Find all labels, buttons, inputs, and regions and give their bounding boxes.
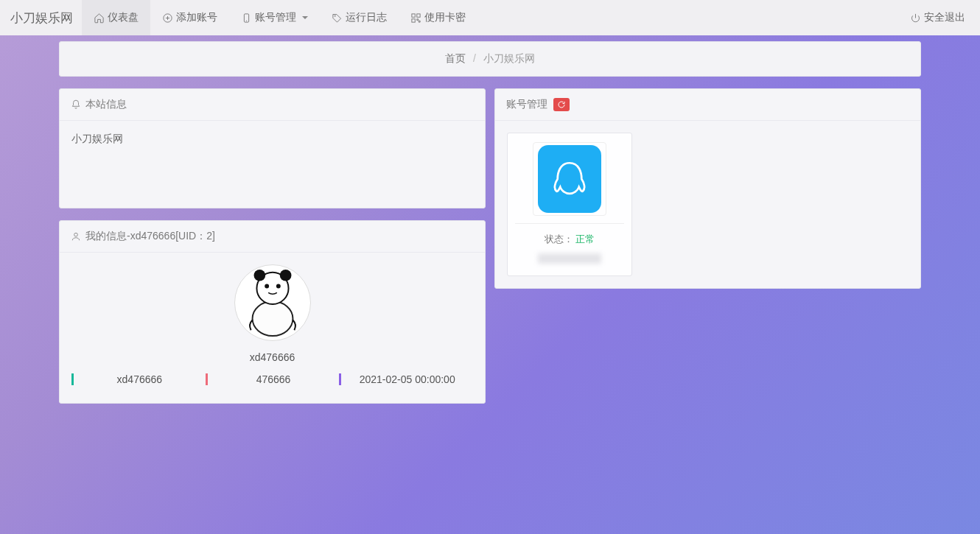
- plus-circle-icon: [162, 13, 173, 24]
- svg-point-2: [335, 15, 335, 16]
- top-nav: 小刀娱乐网 仪表盘 添加账号 账号管理 运行日志 使用卡密 安全退出: [0, 0, 980, 35]
- bell-icon: [71, 99, 81, 110]
- svg-rect-5: [412, 18, 415, 21]
- stat-expire: 2021-02-05 00:00:00: [339, 373, 473, 385]
- qrcode-icon: [410, 13, 421, 24]
- stat-number: 476666: [206, 373, 340, 385]
- panel-account-mgmt-header: 账号管理: [495, 89, 920, 121]
- stat-username: xd476666: [71, 373, 206, 385]
- svg-point-11: [265, 284, 269, 289]
- nav-run-log[interactable]: 运行日志: [320, 0, 399, 35]
- user-icon: [71, 231, 81, 242]
- breadcrumb-sep: /: [473, 52, 476, 64]
- nav-exit-label: 安全退出: [924, 11, 965, 24]
- profile-stats: xd476666 476666 2021-02-05 00:00:00: [71, 373, 473, 385]
- panel-site-info-title: 本站信息: [85, 98, 127, 111]
- avatar-image: [237, 267, 309, 339]
- nav-account-mgmt[interactable]: 账号管理: [229, 0, 320, 35]
- panel-account-mgmt-title: 账号管理: [506, 98, 547, 111]
- avatar: [234, 264, 311, 341]
- chevron-down-icon: [302, 16, 308, 19]
- account-icon-wrap: [533, 142, 606, 216]
- brand[interactable]: 小刀娱乐网: [10, 10, 82, 27]
- panel-my-info-title: 我的信息-xd476666[UID：2]: [85, 230, 215, 243]
- svg-rect-4: [417, 13, 420, 16]
- nav-dashboard[interactable]: 仪表盘: [82, 0, 150, 35]
- panel-my-info: 我的信息-xd476666[UID：2]: [59, 220, 486, 404]
- right-column: 账号管理 状态： 正常: [494, 88, 921, 289]
- nav-account-mgmt-label: 账号管理: [255, 11, 296, 24]
- panel-my-info-header: 我的信息-xd476666[UID：2]: [60, 221, 485, 253]
- svg-point-6: [74, 233, 78, 236]
- svg-rect-3: [412, 13, 415, 16]
- device-icon: [241, 13, 252, 24]
- account-status: 状态： 正常: [515, 223, 624, 246]
- breadcrumb-home[interactable]: 首页: [445, 52, 466, 64]
- content-row: 本站信息 小刀娱乐网 我的信息-xd476666[UID：2]: [59, 88, 921, 404]
- svg-point-12: [276, 284, 280, 289]
- site-info-content: 小刀娱乐网: [71, 133, 123, 144]
- account-id-blurred: [538, 253, 601, 264]
- qq-icon: [538, 145, 601, 213]
- nav-use-card-label: 使用卡密: [424, 11, 466, 24]
- status-value: 正常: [575, 233, 595, 245]
- power-icon: [910, 13, 921, 24]
- breadcrumb-current: 小刀娱乐网: [483, 52, 535, 64]
- svg-point-7: [252, 301, 293, 336]
- refresh-button[interactable]: [553, 98, 570, 111]
- nav-exit[interactable]: 安全退出: [895, 0, 980, 35]
- svg-point-9: [253, 270, 265, 281]
- tag-icon: [332, 13, 343, 24]
- status-label: 状态：: [545, 233, 573, 245]
- panel-my-info-body: xd476666 xd476666 476666 2021-02-05 00:0…: [60, 253, 485, 403]
- panel-site-info: 本站信息 小刀娱乐网: [59, 88, 486, 208]
- nav-run-log-label: 运行日志: [346, 11, 387, 24]
- left-column: 本站信息 小刀娱乐网 我的信息-xd476666[UID：2]: [59, 88, 486, 404]
- refresh-icon: [557, 100, 566, 109]
- nav-use-card[interactable]: 使用卡密: [399, 0, 477, 35]
- home-icon: [94, 13, 105, 24]
- svg-point-10: [279, 270, 291, 281]
- panel-site-info-body: 小刀娱乐网: [60, 121, 485, 208]
- panel-account-mgmt: 账号管理 状态： 正常: [494, 88, 921, 289]
- panel-site-info-header: 本站信息: [60, 89, 485, 121]
- nav-add-account[interactable]: 添加账号: [150, 0, 229, 35]
- main-container: 首页 / 小刀娱乐网 本站信息 小刀娱乐网 我的信息-xd476666[UID：…: [59, 41, 921, 433]
- profile-display-name: xd476666: [71, 351, 473, 363]
- breadcrumb: 首页 / 小刀娱乐网: [59, 41, 921, 77]
- panel-account-mgmt-body: 状态： 正常: [495, 121, 920, 288]
- nav-add-account-label: 添加账号: [176, 11, 217, 24]
- nav-dashboard-label: 仪表盘: [108, 11, 139, 24]
- account-card[interactable]: 状态： 正常: [507, 133, 632, 276]
